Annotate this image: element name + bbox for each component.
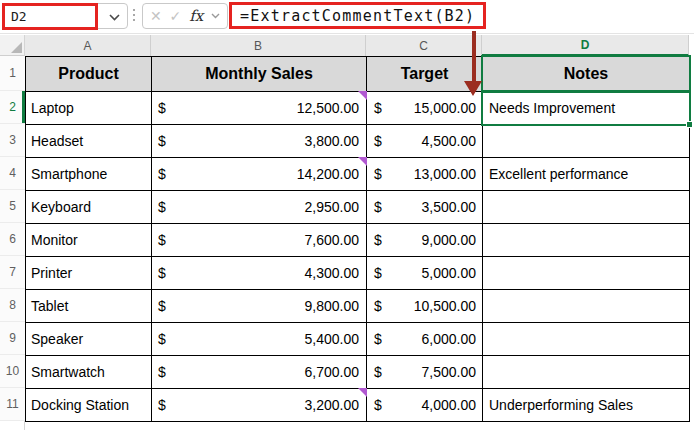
cell-C10[interactable]: $7,500.00 — [367, 356, 483, 389]
insert-function-icon[interactable]: fx — [189, 7, 203, 25]
cell-C5[interactable]: $3,500.00 — [367, 191, 483, 224]
row-header-10[interactable]: 10 — [0, 355, 25, 388]
cell-C7[interactable]: $5,000.00 — [367, 257, 483, 290]
formula-buttons: ✕ ✓ fx — [142, 3, 228, 29]
target-value: 4,500.00 — [422, 133, 477, 149]
cell-C8[interactable]: $10,500.00 — [367, 290, 483, 323]
cell-B5[interactable]: $2,950.00 — [152, 191, 367, 224]
cell-D9[interactable] — [483, 323, 690, 356]
cell-A10[interactable]: Smartwatch — [26, 356, 152, 389]
row-header-label: 3 — [9, 133, 16, 147]
header-monthly-sales: Monthly Sales — [205, 65, 313, 82]
cell-D7[interactable] — [483, 257, 690, 290]
cell-D3[interactable] — [483, 125, 690, 158]
row-header-2[interactable]: 2 — [0, 91, 25, 124]
cell-D5[interactable] — [483, 191, 690, 224]
row-header-3[interactable]: 3 — [0, 124, 25, 157]
cell-A6[interactable]: Monitor — [26, 224, 152, 257]
cell-C9[interactable]: $6,000.00 — [367, 323, 483, 356]
fill-handle[interactable] — [686, 121, 693, 128]
cell-C4[interactable]: $13,000.00 — [367, 158, 483, 191]
row-header-label: 1 — [9, 66, 16, 80]
cell-A5[interactable]: Keyboard — [26, 191, 152, 224]
cell-A1[interactable]: Product — [26, 57, 152, 92]
currency-symbol: $ — [374, 166, 382, 182]
currency-symbol: $ — [374, 199, 382, 215]
cell-B11[interactable]: $3,200.00 — [152, 389, 367, 422]
table-row: Headset$3,800.00$4,500.00 — [26, 125, 690, 158]
cell-C6[interactable]: $9,000.00 — [367, 224, 483, 257]
cell-A7[interactable]: Printer — [26, 257, 152, 290]
cell-D10[interactable] — [483, 356, 690, 389]
cell-D1[interactable]: Notes — [483, 57, 690, 92]
row-header-label: 4 — [9, 166, 16, 180]
table-row: Smartwatch$6,700.00$7,500.00 — [26, 356, 690, 389]
annotation-arrow-shaft — [472, 31, 476, 83]
target-value: 13,000.00 — [414, 166, 476, 182]
cell-B7[interactable]: $4,300.00 — [152, 257, 367, 290]
table-row: Speaker$5,400.00$6,000.00 — [26, 323, 690, 356]
cell-B10[interactable]: $6,700.00 — [152, 356, 367, 389]
cell-B1[interactable]: Monthly Sales — [152, 57, 367, 92]
name-box-dropdown-icon[interactable] — [109, 14, 120, 21]
cell-A4[interactable]: Smartphone — [26, 158, 152, 191]
cell-D2[interactable]: Needs Improvement — [483, 92, 690, 125]
cell-B3[interactable]: $3,800.00 — [152, 125, 367, 158]
table-row: Tablet$9,800.00$10,500.00 — [26, 290, 690, 323]
cell-A8[interactable]: Tablet — [26, 290, 152, 323]
column-header-B[interactable]: B — [151, 35, 366, 56]
cell-B8[interactable]: $9,800.00 — [152, 290, 367, 323]
row-header-1[interactable]: 1 — [0, 56, 25, 91]
table-row: Smartphone$14,200.00$13,000.00Excellent … — [26, 158, 690, 191]
cell-B9[interactable]: $5,400.00 — [152, 323, 367, 356]
product-name: Smartphone — [31, 166, 107, 182]
header-target: Target — [401, 65, 449, 82]
name-box-value: D2 — [11, 9, 27, 24]
name-box[interactable]: D2 — [2, 3, 98, 30]
name-box-control[interactable]: D2 — [2, 3, 128, 29]
cell-D8[interactable] — [483, 290, 690, 323]
sales-value: 3,800.00 — [305, 133, 360, 149]
cell-B4[interactable]: $14,200.00 — [152, 158, 367, 191]
cell-A11[interactable]: Docking Station — [26, 389, 152, 422]
product-name: Monitor — [31, 232, 78, 248]
target-value: 9,000.00 — [422, 232, 477, 248]
product-name: Tablet — [31, 298, 68, 314]
target-value: 7,500.00 — [422, 364, 477, 380]
fx-dropdown-icon[interactable] — [211, 13, 220, 19]
enter-icon[interactable]: ✓ — [170, 9, 182, 23]
formula-input[interactable]: =ExtractCommentText(B2) — [229, 2, 486, 29]
cell-C2[interactable]: $15,000.00 — [367, 92, 483, 125]
cell-D6[interactable] — [483, 224, 690, 257]
row-header-6[interactable]: 6 — [0, 223, 25, 256]
cell-D4[interactable]: Excellent performance — [483, 158, 690, 191]
row-header-5[interactable]: 5 — [0, 190, 25, 223]
select-all-button[interactable] — [0, 35, 25, 56]
currency-symbol: $ — [374, 232, 382, 248]
cell-C3[interactable]: $4,500.00 — [367, 125, 483, 158]
cancel-icon[interactable]: ✕ — [150, 9, 162, 23]
product-name: Speaker — [31, 331, 83, 347]
cell-C11[interactable]: $4,000.00 — [367, 389, 483, 422]
cell-A2[interactable]: Laptop — [26, 92, 152, 125]
cell-B2[interactable]: $12,500.00 — [152, 92, 367, 125]
cell-A3[interactable]: Headset — [26, 125, 152, 158]
header-product: Product — [58, 65, 118, 82]
product-name: Printer — [31, 265, 72, 281]
sales-value: 5,400.00 — [305, 331, 360, 347]
table-row: Monitor$7,600.00$9,000.00 — [26, 224, 690, 257]
column-header-D[interactable]: D — [482, 35, 689, 56]
row-header-11[interactable]: 11 — [0, 388, 25, 421]
row-header-4[interactable]: 4 — [0, 157, 25, 190]
cell-A9[interactable]: Speaker — [26, 323, 152, 356]
currency-symbol: $ — [374, 298, 382, 314]
row-header-7[interactable]: 7 — [0, 256, 25, 289]
cell-B6[interactable]: $7,600.00 — [152, 224, 367, 257]
cell-D11[interactable]: Underperforming Sales — [483, 389, 690, 422]
currency-symbol: $ — [158, 166, 166, 182]
row-header-8[interactable]: 8 — [0, 289, 25, 322]
column-header-C[interactable]: C — [366, 35, 482, 56]
column-header-A[interactable]: A — [25, 35, 151, 56]
row-header-label: 2 — [9, 100, 16, 114]
row-header-9[interactable]: 9 — [0, 322, 25, 355]
